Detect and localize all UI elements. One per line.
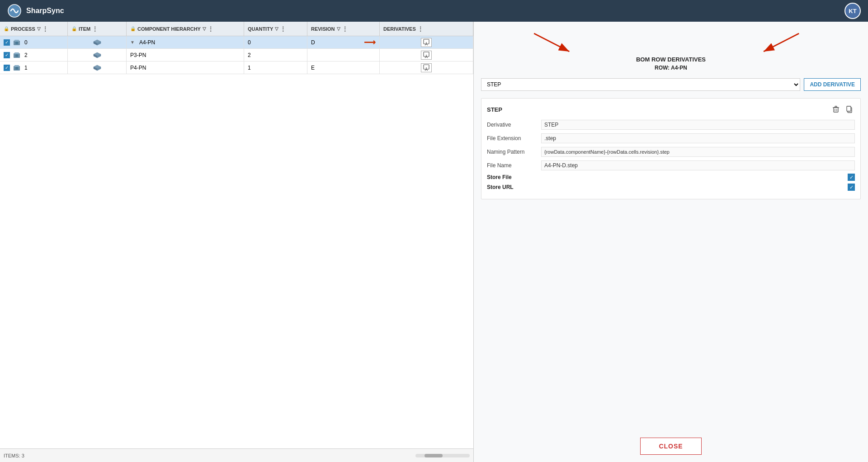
component-name-3: P4-PN (130, 65, 146, 71)
lock-icon-process: 🔒 (4, 26, 9, 31)
items-count: ITEMS: 3 (4, 453, 24, 458)
scroll-thumb[interactable] (425, 454, 443, 457)
qty-value-1: 0 (248, 39, 251, 46)
table-row[interactable]: ✓ 1 P4-PN (0, 61, 473, 74)
derivative-btn-2[interactable] (421, 51, 432, 60)
col-header-item: 🔒 ITEM ⋮ (68, 22, 127, 36)
field-label-filename: File Name (487, 162, 541, 169)
svg-rect-28 (835, 106, 837, 108)
col-header-process: 🔒 PROCESS ▽ ⋮ (0, 22, 68, 36)
checkbox-row-storeurl: Store URL ✓ (487, 184, 855, 191)
checkbox-3[interactable]: ✓ (4, 65, 10, 71)
revision-value-3: E (311, 65, 315, 71)
filter-icon-quantity[interactable]: ▽ (275, 26, 278, 31)
copy-derivative-button[interactable] (844, 104, 855, 115)
trash-icon (832, 106, 840, 113)
cell-quantity-2: 2 (244, 49, 307, 61)
card-actions (830, 104, 855, 115)
menu-icon-derivatives[interactable]: ⋮ (418, 26, 423, 32)
delete-derivative-button[interactable] (830, 104, 841, 115)
col-label-process: PROCESS (11, 26, 35, 32)
cell-process-1: ✓ 0 (0, 36, 68, 48)
checkbox-2[interactable]: ✓ (4, 52, 10, 58)
cell-derivatives-1 (380, 36, 473, 48)
filter-icon-revision[interactable]: ▽ (337, 26, 340, 31)
qty-value-2: 2 (248, 52, 251, 58)
item-icon-3 (13, 65, 22, 71)
col-header-derivatives: DERIVATIVES ⋮ (380, 22, 473, 36)
quantity-3: 1 (24, 65, 28, 71)
field-value-derivative: STEP (541, 120, 855, 130)
svg-rect-19 (15, 67, 18, 70)
table-row[interactable]: ✓ 0 ▼ (0, 36, 473, 49)
item-icon-2 (13, 52, 22, 58)
col-label-quantity: QUANTITY (248, 26, 273, 32)
derivative-btn-3[interactable] (421, 63, 432, 72)
add-derivative-button[interactable]: ADD DERIVATIVE (804, 78, 861, 91)
copy-icon (846, 106, 853, 113)
col-label-hierarchy: COMPONENT HIERARCHY (137, 26, 201, 32)
field-label-derivative: Derivative (487, 122, 541, 128)
col-label-derivatives: DERIVATIVES (383, 26, 416, 32)
panel-footer: CLOSE (481, 430, 861, 455)
table-row[interactable]: ✓ 2 P3-PN (0, 49, 473, 61)
menu-icon-item[interactable]: ⋮ (92, 26, 98, 32)
table-body: ✓ 0 ▼ (0, 36, 473, 448)
cell-revision-3: E (307, 61, 380, 74)
table-footer: ITEMS: 3 (0, 448, 473, 462)
menu-icon-process[interactable]: ⋮ (42, 26, 48, 32)
table-panel: 🔒 PROCESS ▽ ⋮ 🔒 ITEM ⋮ 🔒 COMPONENT HIERA… (0, 22, 474, 462)
col-header-quantity: QUANTITY ▽ ⋮ (244, 22, 307, 36)
panel-spacer (481, 205, 861, 430)
qty-value-3: 1 (248, 65, 251, 71)
storeurl-checkbox[interactable]: ✓ (848, 184, 855, 191)
svg-rect-32 (847, 106, 851, 111)
menu-icon-hierarchy[interactable]: ⋮ (208, 26, 213, 32)
annotation-area (481, 29, 861, 56)
table-header: 🔒 PROCESS ▽ ⋮ 🔒 ITEM ⋮ 🔒 COMPONENT HIERA… (0, 22, 473, 36)
storefile-checkbox[interactable]: ✓ (848, 174, 855, 181)
user-avatar[interactable]: KT (844, 3, 861, 19)
cell-item-2 (68, 49, 127, 61)
cell-revision-2 (307, 49, 380, 61)
checkbox-right-storefile: ✓ (541, 174, 855, 181)
arrow-icon-1: ⟶ (364, 38, 376, 47)
cell-quantity-3: 1 (244, 61, 307, 74)
item-3d-icon-1 (93, 39, 102, 46)
revision-value-1: D (311, 39, 315, 46)
scroll-track[interactable] (415, 454, 470, 457)
expand-icon-1[interactable]: ▼ (130, 40, 135, 45)
component-name-1: A4-PN (139, 39, 155, 46)
field-value-filename: A4-PN-D.step (541, 160, 855, 170)
cell-hierarchy-2: P3-PN (127, 49, 244, 61)
checkbox-label-storefile: Store File (487, 174, 541, 180)
close-button[interactable]: CLOSE (640, 438, 701, 455)
revision-arrow-1: D ⟶ (311, 38, 376, 47)
field-row-naming: Naming Pattern {rowData.componentName}-{… (487, 146, 855, 157)
checkbox-right-storeurl: ✓ (541, 184, 855, 191)
filter-icon-process[interactable]: ▽ (37, 26, 41, 31)
menu-icon-quantity[interactable]: ⋮ (280, 26, 286, 32)
field-row-derivative: Derivative STEP (487, 119, 855, 130)
app-logo-area: SharpSync (7, 4, 64, 18)
cell-hierarchy-3: P4-PN (127, 61, 244, 74)
top-navigation: SharpSync KT (0, 0, 868, 22)
cell-process-2: ✓ 2 (0, 49, 68, 61)
lock-icon-hierarchy: 🔒 (130, 26, 136, 31)
component-name-2: P3-PN (130, 52, 146, 58)
derivative-card: STEP (481, 98, 861, 199)
filter-icon-hierarchy[interactable]: ▽ (203, 26, 206, 31)
cell-item-3 (68, 61, 127, 74)
svg-rect-18 (14, 65, 19, 67)
checkbox-1[interactable]: ✓ (4, 39, 10, 46)
cell-quantity-1: 0 (244, 36, 307, 48)
svg-rect-3 (15, 42, 18, 44)
field-value-extension: .step (541, 133, 855, 143)
derivative-select[interactable]: STEP (481, 78, 800, 91)
quantity-1: 0 (24, 39, 28, 46)
col-label-revision: REVISION (311, 26, 335, 32)
menu-icon-revision[interactable]: ⋮ (342, 26, 348, 32)
cell-hierarchy-1: ▼ A4-PN (127, 36, 244, 48)
derivative-btn-1[interactable] (421, 38, 432, 47)
checkbox-row-storefile: Store File ✓ (487, 174, 855, 181)
